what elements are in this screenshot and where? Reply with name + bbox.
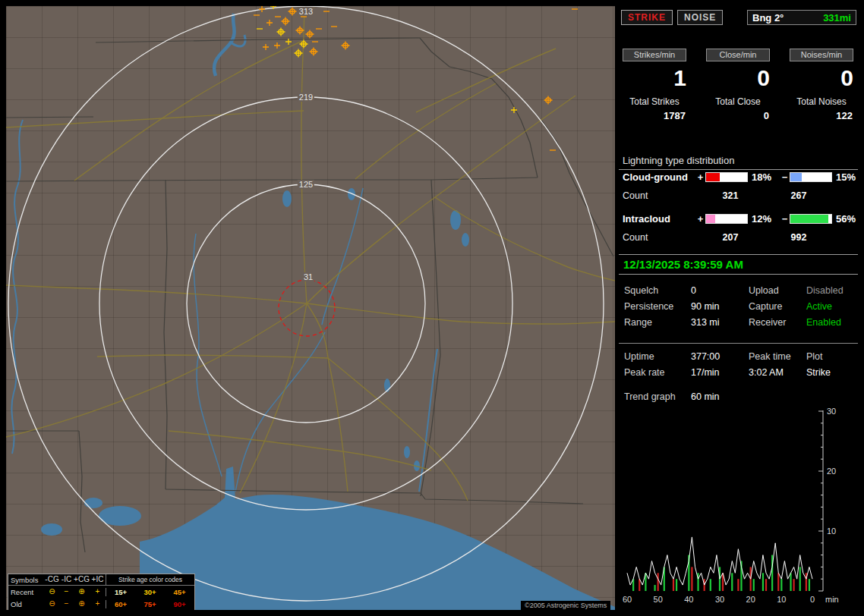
capture-label: Capture: [749, 301, 806, 312]
noises-column: Noises/min 0 Total Noises 122: [790, 49, 853, 121]
legend-row-label: Recent: [8, 588, 45, 596]
minus-cg-icon: ⊖: [45, 588, 59, 596]
strike-symbol-pic: [511, 107, 517, 113]
total-close-value: 0: [706, 110, 770, 121]
count-label: Count: [623, 190, 695, 201]
cg-negative-count: 267: [765, 190, 832, 201]
strike-symbol-pcg: [289, 8, 297, 16]
legend-type-header: +IC: [90, 576, 106, 583]
range-ring-label: 219: [298, 93, 314, 102]
ic-negative-fill: [790, 215, 828, 223]
receiver-value: Enabled: [806, 317, 863, 328]
uptime-value: 377:00: [691, 351, 749, 362]
intracloud-per-min-bar: [731, 573, 733, 591]
strike-symbol-pcg: [277, 28, 285, 36]
total-noises-value: 122: [790, 110, 853, 121]
plot-label: Plot: [806, 351, 863, 362]
plus-cg-icon: ⊕: [74, 588, 90, 596]
peak-time-label: Peak time: [749, 351, 806, 362]
ic-positive-fill: [706, 215, 715, 223]
intracloud-per-min-bar: [809, 579, 810, 591]
strike-symbol-pcg: [295, 49, 303, 58]
intracloud-counts: Count 207 992: [619, 232, 858, 243]
strike-symbol-pcg: [310, 48, 318, 56]
strike-symbol-pcg: [296, 27, 304, 35]
strike-symbol-pcg: [342, 42, 350, 50]
bearing-value: Bng 2°: [752, 12, 784, 24]
y-tick-label: 10: [827, 526, 836, 536]
intracloud-per-min-bar: [780, 579, 782, 591]
cg-positive-count: 321: [695, 190, 765, 201]
datetime-display: 12/13/2025 8:39:59 AM: [619, 254, 858, 275]
total-close-label: Total Close: [706, 96, 770, 107]
range-ring-label: 125: [298, 180, 314, 189]
divider: [619, 343, 858, 344]
range-ring-label: 313: [298, 7, 314, 16]
x-tick-label: 50: [654, 595, 663, 604]
minus-sign: −: [780, 171, 790, 183]
close-column: Close/min 0 Total Close 0: [706, 49, 770, 121]
total-noises-label: Total Noises: [790, 96, 853, 107]
strike-toggle-button[interactable]: STRIKE: [621, 10, 673, 25]
trend-graph-window: 60 min: [691, 391, 858, 402]
cloud-ground-per-min-bar: [793, 579, 795, 591]
plot-mode-value: Strike: [806, 367, 863, 378]
plus-sign: +: [695, 171, 705, 183]
cloud-ground-per-min-bar: [691, 567, 692, 591]
cloud-ground-per-min-bar: [737, 579, 739, 591]
lightning-map[interactable]: 313 219 125 31 Symbols -CG -IC +CG +IC S…: [6, 6, 615, 610]
cloud-ground-label: Cloud-ground: [623, 171, 695, 183]
cloud-ground-per-min-bar: [673, 579, 674, 591]
strikes-per-min-button[interactable]: Strikes/min: [623, 49, 686, 61]
strike-symbol-pic: [285, 39, 292, 45]
age-code: 45+: [165, 588, 194, 596]
app-window: 313 219 125 31 Symbols -CG -IC +CG +IC S…: [0, 0, 864, 616]
session-stats: Uptime 377:00 Peak time Plot Peak rate 1…: [619, 351, 858, 378]
intracloud-per-min-bar: [799, 567, 801, 591]
legend-type-header: +CG: [74, 576, 90, 583]
legend-symbols-header: Symbols: [8, 576, 45, 584]
close-per-min-button[interactable]: Close/min: [706, 49, 770, 61]
receiver-label: Receiver: [749, 317, 806, 328]
bearing-range-value: 331mi: [823, 12, 851, 24]
noises-per-min-value: 0: [790, 64, 853, 92]
age-code: 30+: [135, 588, 165, 596]
x-tick-label: 10: [777, 595, 786, 604]
noise-toggle-button[interactable]: NOISE: [677, 10, 723, 25]
legend-type-header: -CG: [45, 576, 59, 583]
noises-per-min-button[interactable]: Noises/min: [790, 49, 853, 61]
ic-positive-pct: 12%: [749, 213, 780, 225]
age-code: 90+: [165, 600, 194, 608]
ic-positive-count: 207: [695, 232, 765, 243]
legend-type-header: -IC: [59, 576, 74, 583]
strike-symbol-pcg: [306, 30, 314, 39]
cg-negative-pct: 15%: [834, 171, 859, 183]
upload-label: Upload: [749, 285, 806, 296]
cg-positive-fill: [706, 173, 720, 181]
x-tick-label: 40: [684, 595, 693, 604]
x-tick-label: 60: [623, 595, 632, 604]
copyright-notice: ©2005 Astrogenic Systems: [521, 601, 610, 610]
total-strikes-label: Total Strikes: [623, 96, 686, 107]
strike-symbol-pcg: [544, 96, 553, 105]
trend-graph-chart: 3020106050403020100min: [620, 407, 848, 606]
peak-rate-value: 17/min: [691, 367, 749, 378]
cg-positive-pct: 18%: [749, 171, 780, 183]
range-ring-label: 31: [302, 272, 314, 281]
close-per-min-value: 0: [706, 64, 770, 92]
strikes-per-min-line: [627, 537, 812, 585]
total-strikes-value: 1787: [623, 110, 686, 121]
intracloud-per-min-bar: [676, 579, 677, 591]
strike-symbol-pic: [259, 6, 265, 12]
strike-symbol-pcg: [282, 17, 290, 26]
minus-cg-icon: ⊖: [45, 600, 59, 608]
cg-negative-bar: [790, 172, 832, 182]
squelch-value: 0: [691, 285, 749, 296]
x-tick-label: 20: [746, 595, 755, 604]
ic-negative-pct: 56%: [834, 213, 859, 225]
plus-sign: +: [695, 213, 705, 225]
cloud-ground-per-min-bar: [777, 573, 779, 591]
plus-ic-icon: +: [90, 588, 106, 596]
cloud-ground-per-min-bar: [765, 579, 767, 591]
cloud-ground-row: Cloud-ground + 18% − 15%: [619, 171, 858, 183]
